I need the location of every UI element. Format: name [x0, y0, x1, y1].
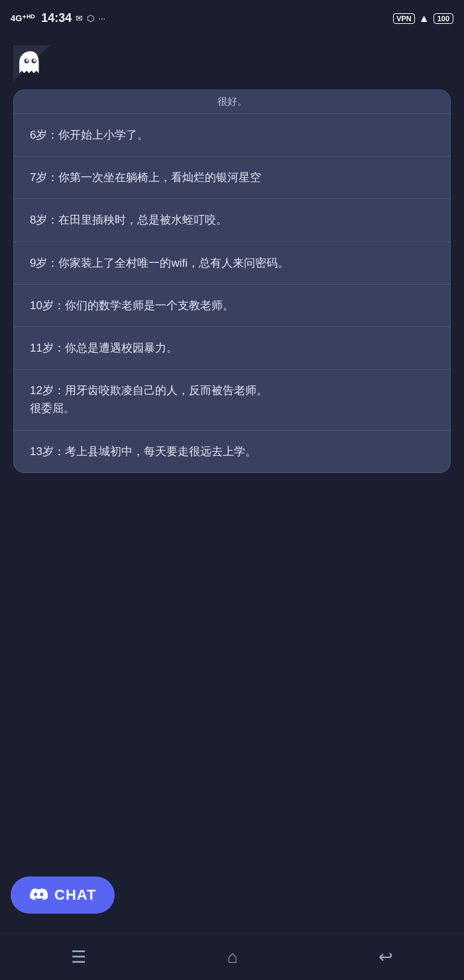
dots-icon: ··· — [98, 13, 105, 23]
status-bar-right: VPN ▲ 100 — [393, 13, 453, 25]
chat-card: 很好。 6岁：你开始上小学了。7岁：你第一次坐在躺椅上，看灿烂的银河星空8岁：在… — [13, 90, 451, 473]
vpn-badge: VPN — [393, 13, 415, 24]
extra-icon: ⬡ — [87, 13, 94, 23]
chat-button[interactable]: CHAT — [11, 876, 115, 914]
battery-indicator: 100 — [434, 13, 453, 24]
status-bar: 4G⁺ᴴᴰ 14:34 ✉ ⬡ ··· VPN ▲ 100 — [0, 0, 464, 36]
email-icon: ✉ — [76, 13, 83, 23]
back-icon[interactable]: ↩ — [378, 947, 393, 967]
age-item: 9岁：你家装上了全村唯一的wifi，总有人来问密码。 — [14, 242, 450, 285]
main-content: 很好。 6岁：你开始上小学了。7岁：你第一次坐在躺椅上，看灿烂的银河星空8岁：在… — [0, 90, 464, 934]
chat-label: CHAT — [54, 886, 96, 904]
age-item: 11岁：你总是遭遇校园暴力。 — [14, 327, 450, 370]
chat-card-top-hint: 很好。 — [14, 90, 450, 114]
age-item: 10岁：你们的数学老师是一个支教老师。 — [14, 285, 450, 327]
svg-point-3 — [26, 59, 29, 62]
bottom-area — [13, 473, 451, 920]
age-item: 13岁：考上县城初中，每天要走很远去上学。 — [14, 431, 450, 472]
menu-icon[interactable]: ☰ — [71, 947, 86, 967]
bottom-nav: ☰ ⌂ ↩ — [0, 934, 464, 980]
signal-indicator: 4G⁺ᴴᴰ — [11, 13, 34, 23]
age-item: 8岁：在田里插秧时，总是被水蛭叮咬。 — [14, 199, 450, 242]
app-logo — [13, 45, 50, 82]
age-items-container: 6岁：你开始上小学了。7岁：你第一次坐在躺椅上，看灿烂的银河星空8岁：在田里插秧… — [14, 114, 450, 472]
status-bar-left: 4G⁺ᴴᴰ 14:34 ✉ ⬡ ··· — [11, 11, 105, 25]
home-icon[interactable]: ⌂ — [227, 947, 238, 967]
wifi-icon: ▲ — [419, 13, 430, 25]
discord-icon — [29, 886, 48, 904]
top-hint-text: 很好。 — [217, 96, 247, 107]
svg-point-4 — [33, 59, 36, 62]
age-item: 6岁：你开始上小学了。 — [14, 114, 450, 157]
age-item: 12岁：用牙齿咬欺凌自己的人，反而被告老师。很委屈。 — [14, 370, 450, 430]
app-header — [0, 36, 464, 90]
age-item: 7岁：你第一次坐在躺椅上，看灿烂的银河星空 — [14, 157, 450, 199]
clock: 14:34 — [41, 11, 72, 25]
